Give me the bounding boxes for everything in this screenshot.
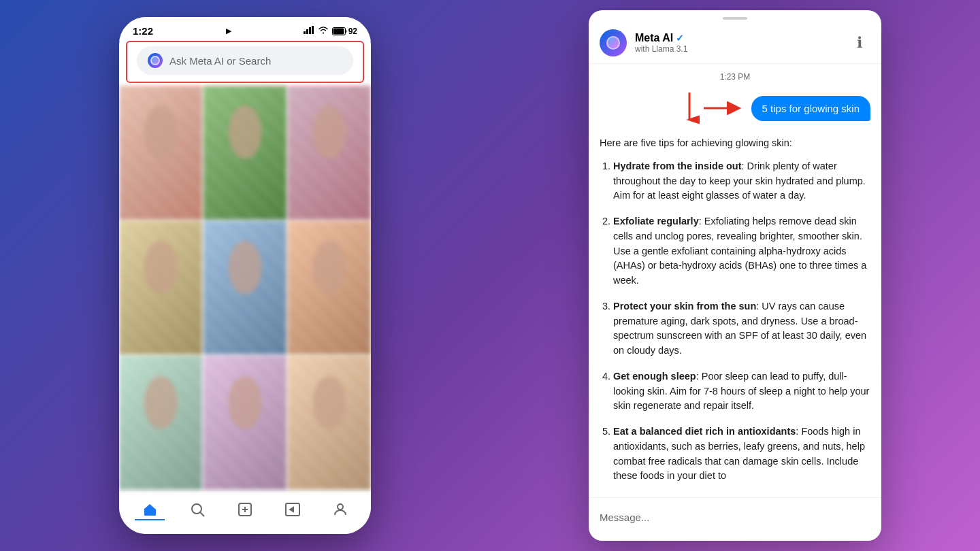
wifi-icon bbox=[318, 26, 329, 36]
tip-1: Hydrate from the inside out: Drink plent… bbox=[613, 159, 870, 203]
nav-create[interactable] bbox=[230, 499, 260, 520]
meta-ai-icon bbox=[148, 53, 163, 68]
tip-1-title: Hydrate from the inside out bbox=[613, 161, 742, 171]
user-message-bubble: 5 tips for glowing skin bbox=[751, 96, 870, 121]
phone-frame-left: 1:22 ▶ bbox=[119, 17, 371, 534]
status-bar: 1:22 ▶ bbox=[119, 17, 371, 41]
photo-cell-9 bbox=[288, 356, 371, 490]
status-icons: 92 bbox=[304, 26, 357, 36]
status-time-arrow: ▶ bbox=[226, 27, 231, 35]
nav-home[interactable] bbox=[135, 499, 165, 520]
tip-3-title: Protect your skin from the sun bbox=[613, 301, 756, 312]
bottom-nav bbox=[119, 490, 371, 534]
chat-avatar-inner bbox=[606, 36, 620, 50]
chat-header: Meta AI ✓ with Llama 3.1 ℹ bbox=[589, 24, 881, 64]
chat-header-info: Meta AI ✓ with Llama 3.1 bbox=[635, 32, 840, 54]
tip-4: Get enough sleep: Poor sleep can lead to… bbox=[613, 369, 870, 414]
left-panel: 1:22 ▶ bbox=[0, 0, 490, 551]
message-timestamp: 1:23 PM bbox=[600, 72, 870, 82]
photo-cell-7 bbox=[119, 356, 202, 490]
chat-header-name: Meta AI ✓ bbox=[635, 32, 840, 44]
svg-point-12 bbox=[338, 504, 343, 510]
svg-point-6 bbox=[192, 504, 201, 514]
search-bar-container[interactable]: Ask Meta AI or Search bbox=[126, 41, 364, 83]
svg-rect-1 bbox=[306, 29, 308, 34]
chat-body[interactable]: 1:23 PM bbox=[589, 64, 881, 497]
right-arrow-annotation bbox=[704, 100, 745, 116]
photo-cell-8 bbox=[203, 356, 287, 490]
chat-avatar bbox=[600, 29, 627, 56]
photo-cell-3 bbox=[288, 86, 371, 220]
chat-input-area[interactable]: Message... bbox=[589, 497, 881, 541]
search-placeholder: Ask Meta AI or Search bbox=[169, 55, 271, 67]
tip-4-title: Get enough sleep bbox=[613, 371, 696, 382]
ai-response: Here are five tips for achieving glowing… bbox=[600, 136, 870, 484]
tip-2: Exfoliate regularly: Exfoliating helps r… bbox=[613, 214, 870, 288]
signal-icon bbox=[304, 26, 314, 36]
photo-cell-2 bbox=[203, 86, 287, 220]
tip-5-title: Eat a balanced diet rich in antioxidants bbox=[613, 426, 796, 437]
message-input[interactable]: Message... bbox=[600, 505, 870, 530]
nav-reels[interactable] bbox=[278, 499, 308, 520]
svg-rect-0 bbox=[304, 31, 306, 34]
photo-cell-4 bbox=[119, 221, 202, 355]
photo-cell-1 bbox=[119, 86, 202, 220]
tips-list: Hydrate from the inside out: Drink plent… bbox=[600, 159, 870, 484]
chat-header-subtitle: with Llama 3.1 bbox=[635, 44, 840, 54]
search-bar[interactable]: Ask Meta AI or Search bbox=[137, 46, 353, 75]
status-time: 1:22 bbox=[133, 25, 153, 37]
tip-5: Eat a balanced diet rich in antioxidants… bbox=[613, 424, 870, 484]
photo-cell-5 bbox=[203, 221, 287, 355]
photo-cell-6 bbox=[288, 221, 371, 355]
nav-profile[interactable] bbox=[325, 499, 355, 520]
tip-3: Protect your skin from the sun: UV rays … bbox=[613, 299, 870, 358]
tip-2-title: Exfoliate regularly bbox=[613, 216, 699, 227]
svg-rect-2 bbox=[309, 27, 311, 34]
down-arrow-annotation bbox=[679, 91, 700, 125]
right-panel: Meta AI ✓ with Llama 3.1 ℹ 1:23 PM bbox=[490, 0, 980, 551]
svg-rect-3 bbox=[312, 26, 314, 34]
svg-line-7 bbox=[201, 513, 205, 517]
chat-frame: Meta AI ✓ with Llama 3.1 ℹ 1:23 PM bbox=[589, 10, 881, 541]
drag-handle bbox=[723, 17, 747, 20]
verified-badge: ✓ bbox=[676, 33, 684, 44]
info-button[interactable]: ℹ bbox=[849, 32, 870, 54]
svg-rect-5 bbox=[333, 28, 344, 34]
nav-search[interactable] bbox=[182, 499, 212, 520]
photo-grid bbox=[119, 86, 371, 490]
ai-intro: Here are five tips for achieving glowing… bbox=[600, 136, 870, 151]
battery-icon: 92 bbox=[332, 27, 357, 36]
